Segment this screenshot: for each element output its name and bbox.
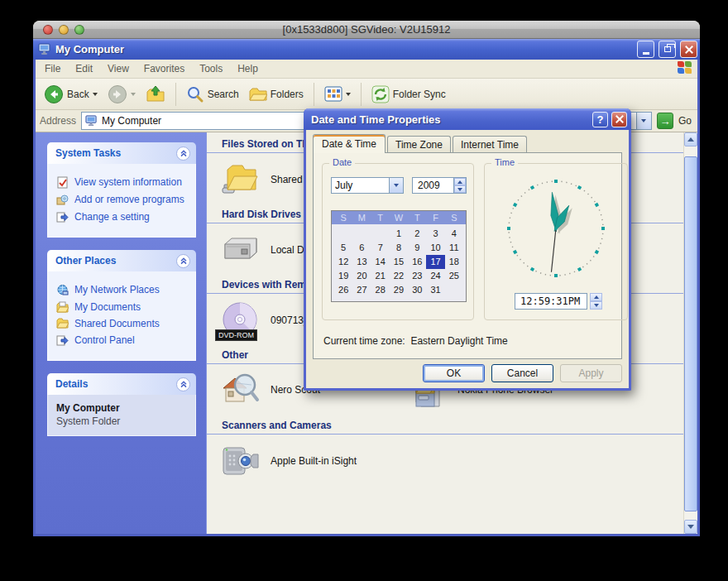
mac-titlebar[interactable]: [0x1533d800] SGVideo: V2U15912 <box>33 21 700 39</box>
year-spinner[interactable]: 2009 <box>412 177 467 194</box>
toolbar-separator <box>361 83 362 106</box>
tab-date-time[interactable]: Date & Time <box>313 134 386 153</box>
cancel-button[interactable]: Cancel <box>491 364 553 382</box>
calendar-day[interactable]: 27 <box>352 283 371 297</box>
back-button[interactable]: Back <box>41 83 101 106</box>
calendar-day[interactable]: 24 <box>426 269 444 283</box>
details-header[interactable]: Details <box>47 373 196 395</box>
calendar-day[interactable]: 20 <box>352 269 371 283</box>
calendar-day[interactable]: 4 <box>445 227 463 241</box>
calendar-day[interactable]: 6 <box>352 241 371 255</box>
task-label: My Network Places <box>74 284 160 295</box>
change-setting-icon <box>56 211 69 223</box>
item-apple-isight[interactable]: Apple Built-in iSight <box>207 435 683 487</box>
calendar-day[interactable]: 7 <box>371 241 390 255</box>
restore-button[interactable] <box>659 41 676 58</box>
time-up-button[interactable] <box>590 293 602 301</box>
calendar-day[interactable]: 9 <box>408 241 426 255</box>
ok-button[interactable]: OK <box>423 364 485 382</box>
calendar-day[interactable]: 17 <box>426 255 444 269</box>
mac-window-title: [0x1533d800] SGVideo: V2U15912 <box>33 23 700 36</box>
calendar-day[interactable]: 14 <box>371 255 390 269</box>
calendar-day[interactable]: 18 <box>445 255 463 269</box>
calendar-day[interactable]: 2 <box>408 227 426 241</box>
tab-time-zone[interactable]: Time Zone <box>387 136 451 153</box>
sidebar-item-my-documents[interactable]: My Documents <box>56 301 190 313</box>
dialog-close-button[interactable] <box>611 112 627 127</box>
month-dropdown-icon[interactable] <box>389 178 403 193</box>
mac-minimize-button[interactable] <box>59 25 69 35</box>
menu-favorites[interactable]: Favorites <box>136 60 192 77</box>
xp-titlebar[interactable]: My Computer <box>33 39 700 60</box>
menu-help[interactable]: Help <box>230 60 266 77</box>
calendar-day[interactable]: 21 <box>371 269 390 283</box>
calendar-day[interactable]: 29 <box>390 283 408 297</box>
back-dropdown-icon[interactable] <box>93 93 98 96</box>
calendar-day[interactable]: 26 <box>334 283 352 297</box>
menu-view[interactable]: View <box>100 60 136 77</box>
calendar-day[interactable]: 1 <box>390 227 408 241</box>
up-button[interactable] <box>142 84 169 105</box>
forward-button[interactable] <box>104 83 139 106</box>
calendar-day[interactable]: 12 <box>334 255 352 269</box>
time-input[interactable]: 12:59:31PM <box>515 293 587 310</box>
other-places-header[interactable]: Other Places <box>47 250 196 271</box>
sidebar-item-shared-documents[interactable]: Shared Documents <box>56 318 190 329</box>
forward-icon <box>108 84 127 104</box>
year-up-button[interactable] <box>454 178 466 185</box>
mac-zoom-button[interactable] <box>74 25 84 35</box>
sidebar-item-change-a-setting[interactable]: Change a setting <box>56 211 190 223</box>
month-select[interactable]: July <box>331 177 404 194</box>
calendar-day[interactable]: 15 <box>390 255 408 269</box>
help-button[interactable]: ? <box>592 112 608 127</box>
calendar-day[interactable]: 30 <box>408 283 426 297</box>
scroll-down-button[interactable] <box>684 520 697 534</box>
calendar-day[interactable]: 3 <box>426 227 444 241</box>
dialog-titlebar[interactable]: Date and Time Properties ? <box>304 108 631 130</box>
views-dropdown-icon[interactable] <box>346 93 351 96</box>
mac-close-button[interactable] <box>43 25 53 35</box>
go-button[interactable]: → <box>657 113 673 129</box>
tab-internet-time[interactable]: Internet Time <box>453 136 527 153</box>
calendar-day[interactable]: 22 <box>390 269 408 283</box>
calendar-day[interactable]: 19 <box>334 269 352 283</box>
calendar-day[interactable]: 11 <box>445 241 463 255</box>
details-title: Details <box>55 378 88 390</box>
calendar-day[interactable]: 25 <box>445 269 463 283</box>
sidebar-item-view-system-information[interactable]: View system information <box>56 176 190 189</box>
calendar-day[interactable]: 23 <box>408 269 426 283</box>
folder-sync-button[interactable]: Folder Sync <box>368 84 449 105</box>
collapse-chevron-icon[interactable] <box>176 254 190 268</box>
close-button[interactable] <box>680 41 697 58</box>
calendar-day-header: M <box>352 212 371 223</box>
folders-button[interactable]: Folders <box>246 84 307 104</box>
time-down-button[interactable] <box>590 301 602 310</box>
views-button[interactable] <box>321 84 354 103</box>
calendar-day[interactable]: 13 <box>352 255 371 269</box>
forward-dropdown-icon[interactable] <box>131 93 136 96</box>
vertical-scrollbar[interactable] <box>683 132 697 534</box>
year-down-button[interactable] <box>454 185 466 193</box>
calendar-day[interactable]: 5 <box>334 241 352 255</box>
calendar-day[interactable]: 8 <box>390 241 408 255</box>
sidebar-item-add-remove-programs[interactable]: Add or remove programs <box>56 194 190 206</box>
minimize-button[interactable] <box>637 41 654 58</box>
scrollbar-thumb[interactable] <box>684 156 697 511</box>
sidebar-item-control-panel[interactable]: Control Panel <box>56 334 190 347</box>
calendar-day[interactable]: 16 <box>408 255 426 269</box>
menu-edit[interactable]: Edit <box>68 60 100 77</box>
collapse-chevron-icon[interactable] <box>176 377 190 391</box>
dialog-tabs: Date & Time Time Zone Internet Time <box>306 130 629 153</box>
calendar-day[interactable]: 31 <box>426 283 444 297</box>
address-dropdown-button[interactable] <box>636 113 651 129</box>
scroll-up-button[interactable] <box>684 132 697 146</box>
search-button[interactable]: Search <box>183 84 242 105</box>
collapse-chevron-icon[interactable] <box>176 146 190 161</box>
sidebar-item-my-network-places[interactable]: My Network Places <box>56 284 190 296</box>
menu-file[interactable]: File <box>37 60 68 77</box>
calendar-day[interactable]: 28 <box>371 283 390 297</box>
my-computer-small-icon <box>85 115 98 127</box>
calendar-day[interactable]: 10 <box>426 241 444 255</box>
system-tasks-header[interactable]: System Tasks <box>47 142 196 164</box>
menu-tools[interactable]: Tools <box>192 60 230 77</box>
